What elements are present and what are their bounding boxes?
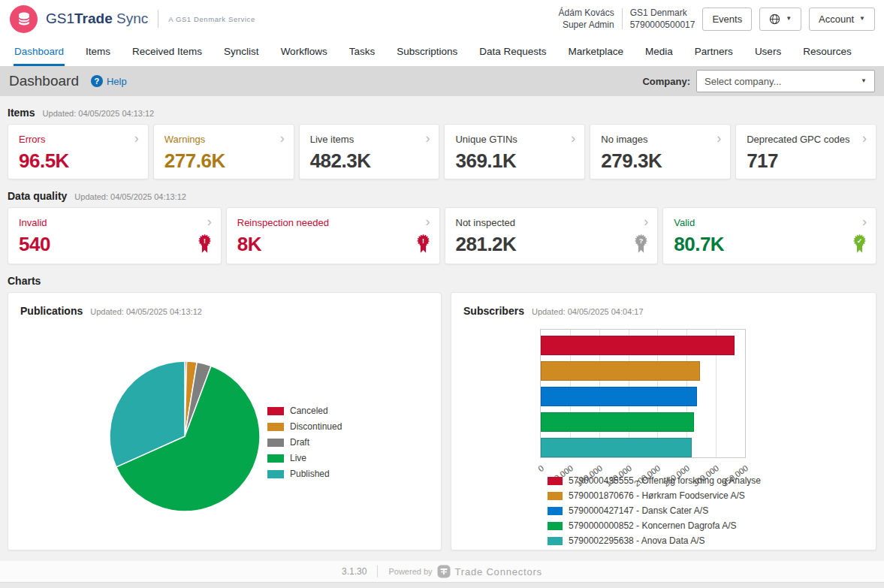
legend-label: Discontinued xyxy=(290,421,342,432)
legend-label: 5790002295638 - Anova Data A/S xyxy=(569,535,704,546)
legend-item-5790001870676[interactable]: 5790001870676 - Hørkram Foodservice A/S xyxy=(548,490,761,501)
subscribers-chart-header: Subscribers Updated: 04/05/2025 04:04:17 xyxy=(451,293,876,317)
legend-item-5790002295638[interactable]: 5790002295638 - Anova Data A/S xyxy=(548,535,761,546)
data-quality-cards-row: Invalid›540!Reinspection needed›8K!Not i… xyxy=(8,207,876,264)
user-info: Ádám Kovács Super Admin xyxy=(559,7,614,31)
legend-label: Published xyxy=(290,469,330,479)
tab-marketplace[interactable]: Marketplace xyxy=(568,40,625,66)
footer-divider xyxy=(377,565,378,577)
charts-section-header: Charts xyxy=(8,264,876,287)
tab-subscriptions[interactable]: Subscriptions xyxy=(396,40,458,66)
app-footer: 3.1.30 Powered by Trade Connectors xyxy=(0,561,884,582)
brand-divider xyxy=(158,10,158,28)
items-section-title: Items xyxy=(8,107,35,119)
help-link[interactable]: ? Help xyxy=(91,75,127,87)
card-label: Invalid xyxy=(19,217,210,228)
publications-chart-updated: Updated: 04/05/2025 04:13:12 xyxy=(90,307,202,316)
data-quality-section-updated: Updated: 04/05/2025 04:13:12 xyxy=(74,192,186,201)
chevron-right-icon: › xyxy=(644,215,648,228)
card-reinspection-needed[interactable]: Reinspection needed›8K! xyxy=(226,207,440,264)
tab-partners[interactable]: Partners xyxy=(694,40,734,66)
card-errors[interactable]: Errors›96.5K xyxy=(8,124,149,179)
legend-item-published[interactable]: Published xyxy=(267,469,342,479)
card-no-images[interactable]: No images›279.3K xyxy=(590,124,731,179)
chevron-right-icon: › xyxy=(717,131,721,145)
charts-row: Publications Updated: 04/05/2025 04:13:1… xyxy=(8,292,876,550)
card-warnings[interactable]: Warnings›277.6K xyxy=(153,124,294,179)
bar-5790002295638 xyxy=(541,438,692,457)
legend-item-5790000000852[interactable]: 5790000000852 - Koncernen Dagrofa A/S xyxy=(548,520,761,531)
chevron-right-icon: › xyxy=(571,131,575,145)
tab-data-requests[interactable]: Data Requests xyxy=(478,40,547,66)
tab-users[interactable]: Users xyxy=(754,40,782,66)
card-value: 281.2K xyxy=(456,233,647,256)
card-value: 482.3K xyxy=(310,149,429,173)
legend-swatch xyxy=(548,492,563,500)
powered-by-label: Powered by xyxy=(388,567,432,576)
card-live-items[interactable]: Live items›482.3K xyxy=(299,124,440,179)
tab-synclist[interactable]: Synclist xyxy=(223,40,260,66)
card-not-inspected[interactable]: Not inspected›281.2K? xyxy=(445,207,659,264)
tab-dashboard[interactable]: Dashboard xyxy=(14,40,65,66)
card-label: Unique GTINs xyxy=(455,134,574,145)
tab-media[interactable]: Media xyxy=(644,40,674,66)
chevron-down-icon: ▼ xyxy=(859,16,865,22)
card-invalid[interactable]: Invalid›540! xyxy=(8,207,222,264)
page-title: Dashboard xyxy=(9,73,79,89)
data-quality-section-title: Data quality xyxy=(8,190,67,202)
subscribers-bar-chart xyxy=(540,329,746,458)
card-unique-gtins[interactable]: Unique GTINs›369.1K xyxy=(444,124,585,179)
items-section-header: Items Updated: 04/05/2025 04:13:12 xyxy=(8,96,876,119)
chevron-right-icon: › xyxy=(862,131,867,145)
legend-label: Live xyxy=(290,453,306,463)
card-value: 277.6K xyxy=(164,149,283,173)
tab-workflows[interactable]: Workflows xyxy=(280,40,328,66)
header-right: Ádám Kovács Super Admin GS1 Denmark 5790… xyxy=(559,0,875,38)
events-button-label: Events xyxy=(712,14,742,25)
card-value: 369.1K xyxy=(455,149,574,173)
organization-info: GS1 Denmark 5790000500017 xyxy=(630,7,695,31)
tab-tasks[interactable]: Tasks xyxy=(348,40,376,66)
subscribers-legend: 5790000435555 - Offentlig forskning og A… xyxy=(548,475,761,546)
version-label: 3.1.30 xyxy=(342,566,367,577)
events-button[interactable]: Events xyxy=(702,8,752,31)
subscribers-chart-card: Subscribers Updated: 04/05/2025 04:04:17… xyxy=(451,292,876,550)
legend-item-discontinued[interactable]: Discontinued xyxy=(267,421,342,432)
legend-item-5790000427147[interactable]: 5790000427147 - Dansk Cater A/S xyxy=(548,505,761,516)
svg-text:!: ! xyxy=(422,237,424,245)
legend-item-canceled[interactable]: Canceled xyxy=(267,406,342,416)
chevron-down-icon: ▼ xyxy=(861,78,867,84)
database-icon xyxy=(16,11,32,27)
publications-legend: CanceledDiscontinuedDraftLivePublished xyxy=(267,406,342,479)
items-cards-row: Errors›96.5KWarnings›277.6KLive items›48… xyxy=(8,124,876,179)
card-value: 96.5K xyxy=(19,149,137,173)
svg-text:!: ! xyxy=(204,237,206,245)
legend-item-live[interactable]: Live xyxy=(267,453,342,463)
card-valid[interactable]: Valid›80.7K✓ xyxy=(662,207,876,264)
legend-label: Draft xyxy=(290,437,309,448)
tab-resources[interactable]: Resources xyxy=(802,40,852,66)
tab-received-items[interactable]: Received Items xyxy=(131,40,203,66)
legend-item-draft[interactable]: Draft xyxy=(267,437,342,448)
chevron-right-icon: › xyxy=(426,215,430,228)
trade-connectors-name: Trade Connectors xyxy=(455,566,542,577)
card-label: Deprecated GPC codes xyxy=(747,134,865,145)
legend-swatch xyxy=(548,477,563,485)
card-deprecated-gpc-codes[interactable]: Deprecated GPC codes›717 xyxy=(735,124,876,179)
legend-swatch xyxy=(548,507,563,515)
card-value: 80.7K xyxy=(674,233,865,256)
tab-items[interactable]: Items xyxy=(85,40,111,66)
account-button[interactable]: Account ▼ xyxy=(809,8,875,31)
app-header: GS1Trade Sync A GS1 Denmark Service Ádám… xyxy=(0,0,884,38)
rosette-icon: ✓ xyxy=(853,234,866,257)
language-button[interactable]: ▼ xyxy=(759,8,801,31)
chevron-right-icon: › xyxy=(280,131,285,145)
legend-item-5790000435555[interactable]: 5790000435555 - Offentlig forskning og A… xyxy=(548,475,761,486)
card-label: Valid xyxy=(674,217,865,228)
card-label: Reinspection needed xyxy=(237,217,429,228)
publications-chart-header: Publications Updated: 04/05/2025 04:13:1… xyxy=(8,293,441,317)
legend-swatch xyxy=(267,439,284,447)
company-select[interactable]: Select company... ▼ xyxy=(696,70,875,92)
bar-5790001870676 xyxy=(541,361,700,381)
account-button-label: Account xyxy=(819,14,854,25)
